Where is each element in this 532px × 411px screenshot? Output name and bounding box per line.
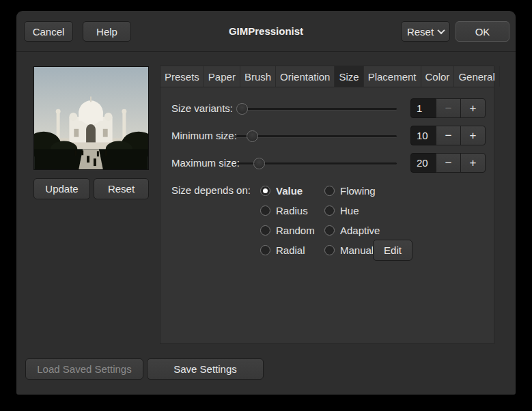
radio-icon — [260, 206, 270, 216]
tab-general[interactable]: General — [454, 66, 499, 87]
radio-option-label: Radius — [276, 205, 308, 216]
radio-option-label: Adaptive — [340, 225, 380, 236]
preview-image — [34, 67, 148, 169]
radio-icon — [324, 186, 335, 196]
radio-icon — [324, 245, 335, 255]
settings-notebook: Presets Paper Brush Orientation Size Pla… — [160, 66, 494, 344]
radio-option-flowing[interactable]: Flowing — [324, 185, 376, 196]
update-button[interactable]: Update — [33, 178, 90, 199]
tab-orientation[interactable]: Orientation — [276, 66, 335, 87]
tab-paper[interactable]: Paper — [204, 66, 240, 87]
header-bar: GIMPressionist Cancel Help Reset OK — [16, 11, 516, 52]
slider-track[interactable] — [236, 135, 397, 137]
slider-track[interactable] — [236, 108, 397, 110]
radio-option-random[interactable]: Random — [260, 225, 315, 236]
radio-option-label: Radial — [276, 244, 305, 256]
radio-selected-icon — [260, 186, 270, 196]
radio-option-adaptive[interactable]: Adaptive — [324, 225, 380, 236]
tab-presets[interactable]: Presets — [160, 66, 204, 87]
reset-menu-label: Reset — [407, 26, 434, 38]
radio-option-label: Flowing — [340, 185, 376, 197]
chevron-down-icon — [437, 27, 445, 34]
size-variants-entry[interactable]: 1 — [410, 98, 436, 118]
tab-bar: Presets Paper Brush Orientation Size Pla… — [160, 66, 494, 87]
plus-icon[interactable]: + — [460, 126, 486, 145]
slider-knob[interactable] — [253, 158, 265, 169]
cancel-button[interactable]: Cancel — [24, 21, 73, 42]
minimum-size-label: Minimum size: — [171, 125, 237, 147]
tab-brush[interactable]: Brush — [240, 66, 276, 87]
size-depends-label: Size depends on: — [171, 180, 251, 201]
size-variants-label: Size variants: — [171, 98, 233, 119]
size-variants-slider[interactable] — [236, 98, 397, 119]
tab-placement[interactable]: Placement — [364, 66, 421, 87]
radio-option-hue[interactable]: Hue — [324, 205, 359, 216]
help-button[interactable]: Help — [83, 21, 131, 42]
radio-option-manual[interactable]: Manual — [324, 244, 374, 255]
radio-option-label: Random — [276, 225, 315, 236]
maximum-size-label: Maximum size: — [171, 152, 240, 174]
radio-icon — [260, 225, 270, 236]
reset-menu-button[interactable]: Reset — [401, 21, 450, 42]
radio-option-value[interactable]: Value — [260, 185, 303, 196]
ok-button[interactable]: OK — [456, 21, 509, 42]
radio-option-label: Manual — [340, 244, 374, 256]
radio-icon — [260, 245, 270, 255]
preview-reset-button[interactable]: Reset — [94, 178, 149, 199]
tab-color[interactable]: Color — [421, 66, 455, 87]
screen: GIMPressionist Cancel Help Reset OK — [0, 0, 532, 411]
maximum-size-slider[interactable] — [236, 152, 397, 174]
maximum-size-entry[interactable]: 20 — [410, 153, 436, 173]
radio-icon — [324, 225, 335, 236]
plus-icon[interactable]: + — [460, 98, 486, 118]
save-settings-button[interactable]: Save Settings — [147, 358, 264, 380]
minus-icon[interactable]: − — [436, 126, 461, 145]
gimpressionist-dialog: GIMPressionist Cancel Help Reset OK — [16, 11, 516, 395]
load-saved-settings-button[interactable]: Load Saved Settings — [25, 358, 143, 380]
minimum-size-entry[interactable]: 10 — [410, 126, 436, 145]
radio-option-radius[interactable]: Radius — [260, 205, 308, 216]
radio-icon — [324, 206, 335, 216]
tab-size[interactable]: Size — [335, 66, 363, 87]
minus-icon[interactable]: − — [436, 153, 461, 173]
radio-option-label: Hue — [340, 205, 359, 216]
slider-knob[interactable] — [247, 130, 258, 142]
preview-frame — [33, 66, 149, 170]
radio-option-radial[interactable]: Radial — [260, 244, 305, 255]
slider-knob[interactable] — [236, 103, 248, 115]
minus-icon[interactable]: − — [436, 98, 461, 118]
edit-button[interactable]: Edit — [373, 240, 412, 261]
minimum-size-slider[interactable] — [236, 125, 397, 147]
radio-option-label: Value — [276, 185, 303, 197]
plus-icon[interactable]: + — [460, 153, 486, 173]
